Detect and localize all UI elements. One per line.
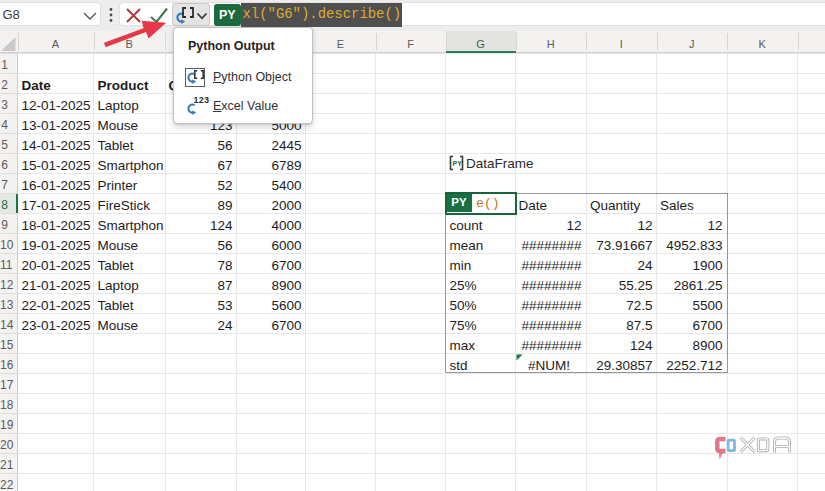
svg-text:PY: PY bbox=[453, 160, 463, 167]
